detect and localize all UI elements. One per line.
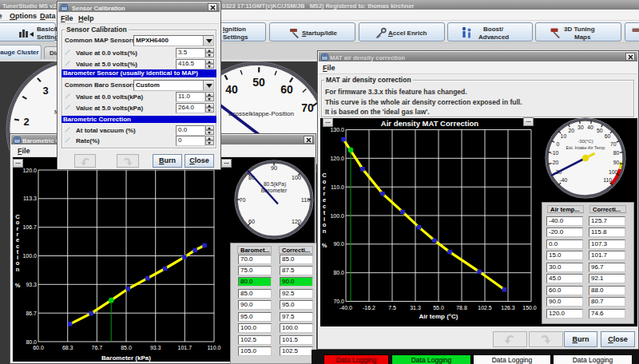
svg-text:55.0: 55.0	[433, 305, 444, 311]
svg-text:100: 100	[609, 169, 618, 175]
svg-text:130.0: 130.0	[330, 127, 344, 133]
svg-text:%: %	[15, 282, 21, 289]
svg-text:-40: -40	[559, 177, 567, 183]
svg-text:2: 2	[23, 116, 29, 128]
svg-text:50: 50	[252, 76, 265, 89]
svg-text:-16.2: -16.2	[363, 305, 375, 311]
svg-text:78.8: 78.8	[456, 305, 467, 311]
svg-text:126.3: 126.3	[501, 305, 515, 311]
svg-text:60: 60	[248, 218, 255, 225]
svg-text:85.0: 85.0	[121, 345, 132, 350]
svg-text:93.3: 93.3	[150, 345, 161, 350]
svg-text:0: 0	[556, 141, 559, 147]
svg-text:70: 70	[301, 101, 314, 114]
svg-text:106.7: 106.7	[22, 224, 37, 230]
svg-text:n: n	[16, 266, 20, 273]
svg-text:100.0: 100.0	[330, 213, 344, 219]
svg-text:Air temp (°C): Air temp (°C)	[419, 313, 458, 320]
svg-text:70: 70	[610, 141, 617, 147]
svg-text:110: 110	[603, 177, 612, 183]
svg-text:113.3: 113.3	[23, 196, 37, 201]
svg-text:93.3: 93.3	[26, 282, 37, 287]
svg-text:60: 60	[605, 133, 611, 139]
svg-text:80: 80	[613, 150, 620, 156]
svg-text:Air density MAT Correction: Air density MAT Correction	[381, 119, 478, 128]
svg-text:80.5(kPa): 80.5(kPa)	[264, 181, 286, 188]
svg-text:120.0: 120.0	[22, 168, 37, 173]
svg-text:68.3: 68.3	[62, 345, 73, 350]
svg-text:20: 20	[569, 128, 575, 133]
svg-text:Drosselklappe-Position: Drosselklappe-Position	[228, 110, 294, 117]
svg-text:n: n	[323, 228, 327, 235]
svg-text:%: %	[322, 242, 327, 249]
svg-text:110: 110	[301, 196, 310, 204]
svg-text:-10: -10	[551, 150, 559, 156]
svg-text:90: 90	[271, 164, 277, 172]
svg-text:40: 40	[587, 125, 593, 130]
svg-text:90.0: 90.0	[333, 241, 344, 247]
svg-text:3: 3	[42, 85, 48, 97]
svg-text:70.0: 70.0	[333, 299, 344, 304]
svg-text:7.5: 7.5	[388, 305, 396, 311]
svg-text:90: 90	[613, 160, 620, 165]
svg-text:Barometer (kPa): Barometer (kPa)	[101, 354, 151, 362]
svg-text:110.0: 110.0	[331, 184, 344, 190]
svg-text:70: 70	[240, 196, 246, 204]
svg-text:100: 100	[292, 174, 301, 181]
svg-text:31.3: 31.3	[410, 305, 421, 311]
svg-text:Est. Intake Air Temp: Est. Intake Air Temp	[566, 145, 605, 150]
svg-text:101.7: 101.7	[178, 345, 192, 350]
svg-text:40: 40	[225, 83, 238, 96]
svg-text:50: 50	[597, 128, 603, 133]
svg-text:60.0: 60.0	[33, 345, 44, 350]
svg-text:150.0: 150.0	[522, 305, 537, 311]
svg-text:80.0: 80.0	[333, 270, 344, 275]
svg-text:-30(°C): -30(°C)	[577, 139, 593, 144]
svg-text:60: 60	[280, 83, 293, 96]
svg-text:76.7: 76.7	[91, 345, 102, 350]
svg-text:-20: -20	[551, 160, 559, 165]
svg-text:120.0: 120.0	[330, 156, 344, 161]
svg-text:100.0: 100.0	[22, 253, 37, 259]
svg-text:120: 120	[292, 218, 301, 225]
svg-text:102.5: 102.5	[478, 305, 492, 311]
svg-text:86.7: 86.7	[26, 311, 37, 316]
svg-text:-40.0: -40.0	[339, 305, 352, 311]
svg-text:30: 30	[577, 125, 584, 130]
svg-text:110.0: 110.0	[208, 345, 221, 350]
svg-text:10: 10	[561, 133, 567, 139]
svg-text:80.0: 80.0	[26, 339, 37, 345]
